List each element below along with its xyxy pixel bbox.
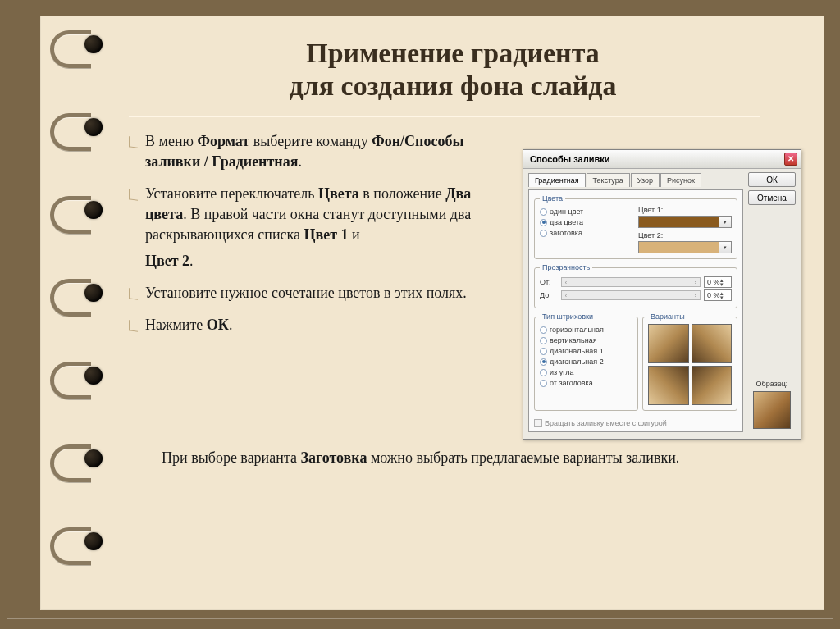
rotate-with-shape-checkbox[interactable]: Вращать заливку вместе с фигурой <box>534 419 737 427</box>
trans-from-label: От: <box>540 278 558 286</box>
color1-swatch <box>639 217 719 227</box>
list-item: Установите переключатель Цвета в положен… <box>129 184 514 271</box>
variants-legend: Варианты <box>648 312 687 321</box>
sample-swatch <box>753 391 791 429</box>
radio-shading-0[interactable]: горизонтальная <box>540 326 632 334</box>
variant-4[interactable] <box>692 366 733 405</box>
list-item: В меню Формат выберите команду Фон/Спосо… <box>129 131 514 172</box>
list-item: Нажмите ОК. <box>129 315 514 335</box>
variants-group: Варианты <box>642 312 737 411</box>
trans-from-value[interactable]: 0 %▴▾ <box>704 276 732 288</box>
slide-page: Применение градиента для создания фона с… <box>40 16 824 610</box>
colors-legend: Цвета <box>540 194 565 203</box>
close-button[interactable]: ✕ <box>784 153 797 166</box>
spiral-binding <box>50 24 99 560</box>
trans-to-label: До: <box>540 291 558 299</box>
tab-strip: Градиентная Текстура Узор Рисунок <box>528 172 743 186</box>
variant-3[interactable] <box>648 366 689 405</box>
dialog-titlebar[interactable]: Способы заливки ✕ <box>523 150 801 169</box>
shading-group: Тип штриховки горизонтальнаявертикальная… <box>534 312 638 411</box>
colors-group: Цвета один цвет два цвета заготовка <box>534 194 737 259</box>
radio-shading-1[interactable]: вертикальная <box>540 336 632 344</box>
chevron-down-icon: ▾ <box>719 242 731 253</box>
color2-label: Цвет 2: <box>638 231 732 239</box>
radio-shading-4[interactable]: из угла <box>540 368 632 376</box>
radio-one-color[interactable]: один цвет <box>540 207 633 216</box>
tab-pattern[interactable]: Узор <box>631 173 660 187</box>
radio-shading-2[interactable]: диагональная 1 <box>540 347 632 355</box>
variant-1[interactable] <box>648 324 689 363</box>
variant-2[interactable] <box>692 324 733 363</box>
fill-effects-dialog: Способы заливки ✕ Градиентная Текстура У… <box>523 149 801 440</box>
ok-button[interactable]: ОК <box>748 172 796 187</box>
bullet-list: В меню Формат выберите команду Фон/Спосо… <box>129 131 514 440</box>
tab-texture[interactable]: Текстура <box>587 173 630 187</box>
color2-swatch <box>639 242 719 253</box>
trans-from-slider[interactable]: ‹› <box>561 277 701 287</box>
transparency-legend: Прозрачность <box>540 263 592 271</box>
trans-to-slider[interactable]: ‹› <box>561 290 701 300</box>
radio-shading-3[interactable]: диагональная 2 <box>540 358 632 366</box>
checkbox-icon <box>534 419 542 427</box>
title-line2: для создания фона слайда <box>289 71 616 101</box>
tab-picture[interactable]: Рисунок <box>660 173 701 187</box>
list-item: Установите нужное сочетание цветов в эти… <box>129 283 514 303</box>
sample-label: Образец: <box>756 380 788 388</box>
color1-label: Цвет 1: <box>638 206 732 214</box>
transparency-group: Прозрачность От: ‹› 0 %▴▾ До: ‹› 0 %▴▾ <box>534 263 737 308</box>
chevron-down-icon: ▾ <box>719 217 731 227</box>
cancel-button[interactable]: Отмена <box>748 190 796 205</box>
dialog-title-text: Способы заливки <box>530 154 609 164</box>
title-line1: Применение градиента <box>306 38 600 68</box>
radio-two-colors[interactable]: два цвета <box>540 218 633 226</box>
radio-shading-5[interactable]: от заголовка <box>540 379 632 387</box>
radio-preset[interactable]: заготовка <box>540 229 633 237</box>
color2-dropdown[interactable]: ▾ <box>638 241 732 253</box>
page-title: Применение градиента для создания фона с… <box>104 37 801 103</box>
trans-to-value[interactable]: 0 %▴▾ <box>704 289 732 301</box>
title-divider <box>129 116 760 116</box>
footer-note: При выборе варианта Заготовка можно выбр… <box>162 448 777 468</box>
color1-dropdown[interactable]: ▾ <box>638 216 732 228</box>
shading-legend: Тип штриховки <box>540 312 596 321</box>
tab-gradient[interactable]: Градиентная <box>528 173 586 187</box>
